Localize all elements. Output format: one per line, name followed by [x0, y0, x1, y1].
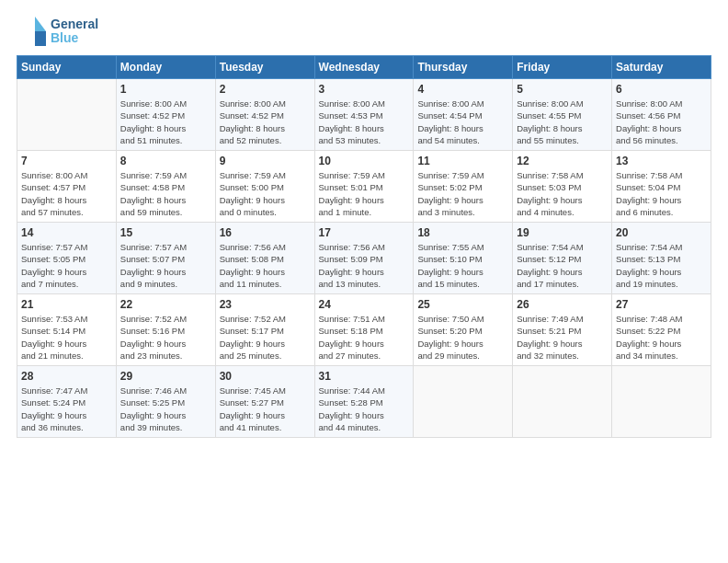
day-info: Sunrise: 8:00 AM Sunset: 4:52 PM Dayligh…: [120, 98, 211, 146]
logo-graphic: [17, 17, 46, 46]
calendar-cell: 13Sunrise: 7:58 AM Sunset: 5:04 PM Dayli…: [612, 151, 711, 223]
day-number: 10: [319, 155, 410, 167]
calendar-cell: 16Sunrise: 7:56 AM Sunset: 5:08 PM Dayli…: [215, 223, 314, 294]
day-info: Sunrise: 7:59 AM Sunset: 5:00 PM Dayligh…: [220, 169, 311, 218]
day-info: Sunrise: 7:59 AM Sunset: 5:01 PM Dayligh…: [319, 169, 410, 218]
day-info: Sunrise: 8:00 AM Sunset: 4:56 PM Dayligh…: [616, 98, 707, 146]
day-info: Sunrise: 8:00 AM Sunset: 4:52 PM Dayligh…: [220, 98, 311, 146]
day-number: 24: [319, 298, 410, 311]
day-info: Sunrise: 8:00 AM Sunset: 4:57 PM Dayligh…: [21, 169, 112, 218]
day-info: Sunrise: 7:56 AM Sunset: 5:08 PM Dayligh…: [220, 241, 311, 290]
day-info: Sunrise: 7:46 AM Sunset: 5:25 PM Dayligh…: [120, 385, 211, 433]
calendar-cell: 29Sunrise: 7:46 AM Sunset: 5:25 PM Dayli…: [116, 366, 215, 438]
calendar-cell: 9Sunrise: 7:59 AM Sunset: 5:00 PM Daylig…: [215, 151, 314, 223]
calendar-cell: 8Sunrise: 7:59 AM Sunset: 4:58 PM Daylig…: [116, 151, 215, 223]
day-number: 17: [319, 226, 410, 239]
day-info: Sunrise: 7:52 AM Sunset: 5:16 PM Dayligh…: [120, 313, 211, 362]
day-info: Sunrise: 7:49 AM Sunset: 5:21 PM Dayligh…: [517, 313, 608, 362]
day-number: 23: [220, 298, 311, 311]
col-header-sunday: Sunday: [17, 56, 117, 79]
calendar-cell: 21Sunrise: 7:53 AM Sunset: 5:14 PM Dayli…: [17, 294, 117, 366]
calendar-cell: 31Sunrise: 7:44 AM Sunset: 5:28 PM Dayli…: [314, 366, 414, 438]
day-info: Sunrise: 7:58 AM Sunset: 5:03 PM Dayligh…: [517, 169, 608, 218]
calendar-cell: 5Sunrise: 8:00 AM Sunset: 4:55 PM Daylig…: [513, 79, 612, 151]
day-number: 5: [517, 83, 608, 96]
day-number: 18: [417, 226, 508, 239]
day-number: 25: [417, 298, 508, 311]
calendar-cell: 10Sunrise: 7:59 AM Sunset: 5:01 PM Dayli…: [314, 151, 414, 223]
calendar-cell: 20Sunrise: 7:54 AM Sunset: 5:13 PM Dayli…: [612, 223, 711, 294]
calendar-cell: 4Sunrise: 8:00 AM Sunset: 4:54 PM Daylig…: [414, 79, 513, 151]
day-number: 29: [120, 370, 211, 383]
day-number: 19: [517, 226, 608, 239]
svg-marker-1: [35, 17, 46, 31]
day-info: Sunrise: 7:44 AM Sunset: 5:28 PM Dayligh…: [319, 385, 410, 433]
calendar-cell: 1Sunrise: 8:00 AM Sunset: 4:52 PM Daylig…: [116, 79, 215, 151]
day-number: 9: [220, 155, 311, 167]
calendar-week-1: 1Sunrise: 8:00 AM Sunset: 4:52 PM Daylig…: [17, 79, 711, 151]
day-info: Sunrise: 8:00 AM Sunset: 4:53 PM Dayligh…: [319, 98, 410, 146]
calendar-cell: 27Sunrise: 7:48 AM Sunset: 5:22 PM Dayli…: [612, 294, 711, 366]
day-number: 4: [417, 83, 508, 96]
day-number: 21: [21, 298, 112, 311]
day-number: 26: [517, 298, 608, 311]
calendar-cell: [17, 79, 117, 151]
day-number: 15: [120, 226, 211, 239]
day-info: Sunrise: 7:55 AM Sunset: 5:10 PM Dayligh…: [417, 241, 508, 290]
col-header-tuesday: Tuesday: [215, 56, 314, 79]
calendar-cell: 3Sunrise: 8:00 AM Sunset: 4:53 PM Daylig…: [314, 79, 414, 151]
day-info: Sunrise: 7:57 AM Sunset: 5:05 PM Dayligh…: [21, 241, 112, 290]
calendar-cell: 7Sunrise: 8:00 AM Sunset: 4:57 PM Daylig…: [17, 151, 117, 223]
calendar-week-2: 7Sunrise: 8:00 AM Sunset: 4:57 PM Daylig…: [17, 151, 711, 223]
day-info: Sunrise: 8:00 AM Sunset: 4:55 PM Dayligh…: [517, 98, 608, 146]
day-number: 31: [319, 370, 410, 383]
day-number: 20: [616, 226, 707, 239]
calendar-cell: 12Sunrise: 7:58 AM Sunset: 5:03 PM Dayli…: [513, 151, 612, 223]
day-number: 2: [220, 83, 311, 96]
day-info: Sunrise: 7:50 AM Sunset: 5:20 PM Dayligh…: [417, 313, 508, 362]
day-info: Sunrise: 7:48 AM Sunset: 5:22 PM Dayligh…: [616, 313, 707, 362]
day-number: 28: [21, 370, 112, 383]
col-header-wednesday: Wednesday: [314, 56, 414, 79]
col-header-monday: Monday: [116, 56, 215, 79]
day-info: Sunrise: 7:59 AM Sunset: 5:02 PM Dayligh…: [417, 169, 508, 218]
day-info: Sunrise: 7:59 AM Sunset: 4:58 PM Dayligh…: [120, 169, 211, 218]
calendar-cell: 18Sunrise: 7:55 AM Sunset: 5:10 PM Dayli…: [414, 223, 513, 294]
calendar-week-4: 21Sunrise: 7:53 AM Sunset: 5:14 PM Dayli…: [17, 294, 711, 366]
header-row: SundayMondayTuesdayWednesdayThursdayFrid…: [17, 56, 711, 79]
day-number: 8: [120, 155, 211, 167]
calendar-cell: 2Sunrise: 8:00 AM Sunset: 4:52 PM Daylig…: [215, 79, 314, 151]
page: General Blue SundayMondayTuesdayWednesda…: [0, 0, 728, 563]
calendar-cell: 11Sunrise: 7:59 AM Sunset: 5:02 PM Dayli…: [414, 151, 513, 223]
calendar-cell: 28Sunrise: 7:47 AM Sunset: 5:24 PM Dayli…: [17, 366, 117, 438]
calendar-cell: 14Sunrise: 7:57 AM Sunset: 5:05 PM Dayli…: [17, 223, 117, 294]
svg-rect-0: [17, 17, 35, 46]
day-number: 3: [319, 83, 410, 96]
day-number: 1: [120, 83, 211, 96]
logo: General Blue: [17, 17, 98, 46]
day-info: Sunrise: 7:45 AM Sunset: 5:27 PM Dayligh…: [220, 385, 311, 433]
calendar-cell: 25Sunrise: 7:50 AM Sunset: 5:20 PM Dayli…: [414, 294, 513, 366]
day-info: Sunrise: 7:57 AM Sunset: 5:07 PM Dayligh…: [120, 241, 211, 290]
day-info: Sunrise: 7:54 AM Sunset: 5:12 PM Dayligh…: [517, 241, 608, 290]
day-number: 30: [220, 370, 311, 383]
calendar-week-3: 14Sunrise: 7:57 AM Sunset: 5:05 PM Dayli…: [17, 223, 711, 294]
day-number: 27: [616, 298, 707, 311]
day-number: 14: [21, 226, 112, 239]
day-info: Sunrise: 7:52 AM Sunset: 5:17 PM Dayligh…: [220, 313, 311, 362]
svg-rect-2: [35, 31, 46, 46]
calendar-cell: [612, 366, 711, 438]
day-number: 13: [616, 155, 707, 167]
calendar-cell: 26Sunrise: 7:49 AM Sunset: 5:21 PM Dayli…: [513, 294, 612, 366]
calendar-cell: [414, 366, 513, 438]
header: General Blue: [17, 17, 711, 46]
day-number: 12: [517, 155, 608, 167]
calendar-cell: 19Sunrise: 7:54 AM Sunset: 5:12 PM Dayli…: [513, 223, 612, 294]
logo-blue: Blue: [51, 31, 98, 45]
calendar-header: SundayMondayTuesdayWednesdayThursdayFrid…: [17, 56, 711, 79]
day-info: Sunrise: 7:54 AM Sunset: 5:13 PM Dayligh…: [616, 241, 707, 290]
calendar-body: 1Sunrise: 8:00 AM Sunset: 4:52 PM Daylig…: [17, 79, 711, 438]
day-number: 6: [616, 83, 707, 96]
calendar-cell: [513, 366, 612, 438]
day-info: Sunrise: 7:47 AM Sunset: 5:24 PM Dayligh…: [21, 385, 112, 433]
